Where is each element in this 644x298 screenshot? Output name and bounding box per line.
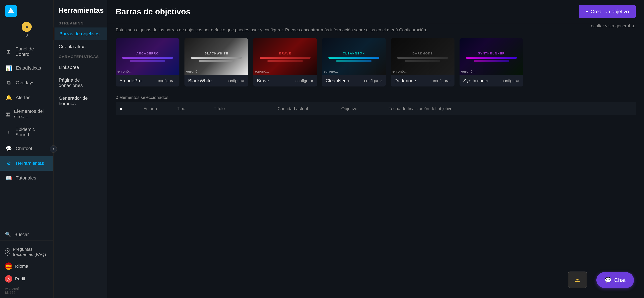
- create-label: Crear un objetivo: [591, 9, 629, 14]
- sidebar-nav: ⊞ Panel de Control 📊 Estadísticas ⧉ Over…: [0, 41, 53, 228]
- theme-card-synthrunner[interactable]: SYNTHRUNNER euronó... Synthrunner config…: [460, 38, 523, 86]
- theme-preview-inner-arcadepro: ARCADEPRO euronó...: [116, 38, 180, 75]
- th-checkbox: [116, 102, 126, 115]
- hide-view-label: ocultar vista general: [591, 23, 630, 28]
- sidebar-item-elementos-stream[interactable]: ▦ Elementos del strea...: [0, 105, 53, 123]
- middle-panel: Herramientas STREAMINGBarras de objetivo…: [54, 0, 107, 298]
- objectives-table: Estado Tipo Título Cantidad actual Objet…: [116, 102, 636, 115]
- theme-preview-cleanneon: CLEANNEON euronó...: [322, 38, 386, 75]
- app-logo: [5, 5, 17, 17]
- sidebar-item-panel-control[interactable]: ⊞ Panel de Control: [0, 42, 53, 61]
- theme-card-darkmode[interactable]: DARKMODE euronó... Darkmode configurar: [391, 38, 454, 86]
- sidebar-item-epidemic-sound[interactable]: ♪ Epidemic Sound: [0, 123, 53, 141]
- faq-item[interactable]: ? Preguntas frecuentes (FAQ): [5, 244, 48, 260]
- search-icon: 🔍: [5, 232, 11, 237]
- nav-icon-panel-control: ⊞: [5, 48, 12, 55]
- profile-item[interactable]: ▷ Perfil: [5, 273, 48, 285]
- nav-icon-alertas: 🔔: [5, 94, 12, 101]
- faq-label: Preguntas frecuentes (FAQ): [13, 247, 48, 257]
- theme-preview-inner-cleanneon: CLEANNEON euronó...: [322, 38, 386, 75]
- section-label-STREAMING: STREAMING: [54, 19, 107, 27]
- theme-overlay-label-darkmode: euronó...: [392, 69, 406, 73]
- theme-bottom-arcadepro: ArcadePro configurar: [116, 75, 180, 86]
- hide-view-button[interactable]: ocultar vista general ▲: [591, 23, 636, 28]
- nav-icon-tutoriales: 📖: [5, 174, 12, 182]
- nav-label-tutoriales: Tutoriales: [16, 175, 36, 181]
- sidebar-item-chatbot[interactable]: 💬 Chatbot: [0, 141, 53, 156]
- theme-card-brave[interactable]: BRAVE euronó... Brave configurar: [253, 38, 317, 86]
- sidebar-item-estadisticas[interactable]: 📊 Estadísticas: [0, 61, 53, 75]
- sidebar-item-tutoriales[interactable]: 📖 Tutoriales: [0, 171, 53, 185]
- theme-card-arcadepro[interactable]: ARCADEPRO euronó... ArcadePro configurar: [116, 38, 180, 86]
- theme-bottom-synthrunner: Synthrunner configurar: [460, 75, 523, 86]
- themes-grid: ARCADEPRO euronó... ArcadePro configurar…: [107, 35, 644, 91]
- chat-button[interactable]: 💬 Chat: [596, 272, 634, 288]
- nav-label-overlays: Overlays: [16, 80, 34, 85]
- section-label-CARACTERÍSTICAS: CARACTERÍSTICAS: [54, 53, 107, 61]
- sidebar-search[interactable]: 🔍 Buscar: [0, 228, 53, 241]
- table-header: Estado Tipo Título Cantidad actual Objet…: [116, 102, 636, 115]
- middle-item-cuenta-atras[interactable]: Cuenta atrás: [54, 40, 107, 53]
- selected-count: 0 elementos seleccionados: [116, 91, 636, 102]
- theme-configure-blackwhite[interactable]: configurar: [226, 78, 244, 83]
- middle-item-pagina-donaciones[interactable]: Página de donaciones: [54, 74, 107, 92]
- faq-icon: ?: [5, 248, 10, 256]
- sidebar-item-overlays[interactable]: ⧉ Overlays: [0, 75, 53, 90]
- nav-icon-overlays: ⧉: [5, 79, 12, 86]
- theme-overlay-label-arcadepro: euronó...: [118, 69, 132, 73]
- score-area: ● 0: [0, 20, 53, 41]
- chat-icon: 💬: [605, 277, 612, 283]
- middle-item-barras-objetivos[interactable]: Barras de objetivos: [54, 27, 107, 40]
- nav-icon-chatbot: 💬: [5, 145, 12, 152]
- chat-label: Chat: [614, 277, 626, 283]
- logo-area: [0, 0, 53, 20]
- svg-marker-0: [8, 7, 14, 13]
- theme-name-darkmode: Darkmode: [394, 78, 416, 83]
- nav-icon-elementos-stream: ▦: [5, 110, 10, 118]
- middle-item-linkspree[interactable]: Linkspree: [54, 61, 107, 74]
- theme-overlay-label-brave: euronó...: [255, 69, 269, 73]
- theme-overlay-label-synthrunner: euronó...: [461, 69, 475, 73]
- middle-item-generador-horarios[interactable]: Generador de horarios: [54, 92, 107, 110]
- theme-overlay-label-blackwhite: euronó...: [186, 69, 200, 73]
- nav-label-panel-control: Panel de Control: [15, 46, 48, 57]
- theme-preview-inner-brave: BRAVE euronó...: [253, 38, 317, 75]
- theme-name-synthrunner: Synthrunner: [463, 78, 489, 83]
- theme-configure-arcadepro[interactable]: configurar: [158, 78, 176, 83]
- language-item[interactable]: 🇪🇸 Idioma: [5, 260, 48, 273]
- logo-icon: [7, 7, 15, 15]
- warning-icon: ⚠: [575, 277, 580, 283]
- language-flag: 🇪🇸: [5, 263, 12, 270]
- theme-configure-brave[interactable]: configurar: [295, 78, 313, 83]
- sidebar-collapse-button[interactable]: ‹: [50, 145, 57, 153]
- theme-name-brave: Brave: [257, 78, 269, 83]
- theme-configure-cleanneon[interactable]: configurar: [364, 78, 382, 83]
- theme-card-cleanneon[interactable]: CLEANNEON euronó... CleanNeon configurar: [322, 38, 386, 86]
- th-estado: Estado: [139, 102, 173, 115]
- theme-preview-arcadepro: ARCADEPRO euronó...: [116, 38, 180, 75]
- theme-preview-darkmode: DARKMODE euronó...: [391, 38, 454, 75]
- main-description: Estas son algunas de las barras de objet…: [116, 23, 427, 33]
- sidebar: ● 0 ⊞ Panel de Control 📊 Estadísticas ⧉ …: [0, 0, 54, 298]
- theme-name-arcadepro: ArcadePro: [120, 78, 142, 83]
- nav-icon-epidemic-sound: ♪: [5, 128, 12, 136]
- profile-icon: ▷: [5, 275, 12, 283]
- theme-configure-synthrunner[interactable]: configurar: [502, 78, 520, 83]
- theme-bottom-brave: Brave configurar: [253, 75, 317, 86]
- select-all-checkbox[interactable]: [120, 108, 122, 110]
- theme-bottom-blackwhite: BlackWhite configurar: [184, 75, 248, 86]
- create-objective-button[interactable]: + Crear un objetivo: [579, 5, 636, 18]
- language-label: Idioma: [15, 264, 28, 269]
- sidebar-item-herramientas[interactable]: ⚙ Herramientas: [0, 156, 53, 171]
- sidebar-item-alertas[interactable]: 🔔 Alertas: [0, 90, 53, 105]
- theme-configure-darkmode[interactable]: configurar: [433, 78, 451, 83]
- version-info: v54a35af Id: 172: [5, 285, 48, 295]
- score-circle: ●: [22, 22, 32, 32]
- main-content: Barras de objetivos + Crear un objetivo …: [107, 0, 644, 298]
- score-icon: ●: [25, 24, 28, 30]
- theme-card-blackwhite[interactable]: BLACKWHITE euronó... BlackWhite configur…: [184, 38, 248, 86]
- nav-icon-estadisticas: 📊: [5, 64, 12, 72]
- chevron-up-icon: ▲: [631, 23, 636, 28]
- alert-button[interactable]: ⚠: [568, 272, 587, 288]
- theme-bottom-cleanneon: CleanNeon configurar: [322, 75, 386, 86]
